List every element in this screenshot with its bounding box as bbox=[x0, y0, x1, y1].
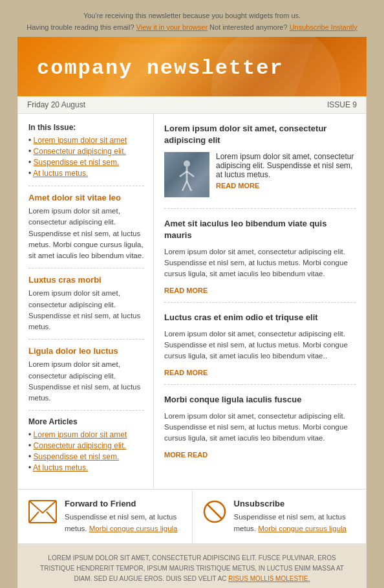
more-articles-list: Lorem ipsum dolor sit amet Consectetur a… bbox=[28, 430, 144, 472]
divider bbox=[28, 410, 144, 411]
divider bbox=[28, 268, 144, 268]
forward-title: Forward to Friend bbox=[65, 499, 182, 508]
left-article-body-3: Lorem ipsum dolor sit amet, consectetur … bbox=[28, 359, 144, 404]
right-article-3: Luctus cras et enim odio et triquse elit… bbox=[164, 312, 356, 385]
left-article-title-2[interactable]: Luxtus cras morbi bbox=[28, 275, 144, 285]
toc-item: Consectetur adipiscing elit. bbox=[28, 147, 144, 156]
view-in-browser-link[interactable]: View it in your browser bbox=[136, 23, 208, 31]
toc-item: Lorem ipsum dolor sit amet bbox=[28, 136, 144, 145]
more-article-link[interactable]: Consectetur adipiscing elit. bbox=[34, 441, 126, 450]
email-container: company newsletter Friday 20 August ISSU… bbox=[17, 37, 367, 588]
topbar-line2: Having trouble reading this email? View … bbox=[0, 22, 384, 34]
more-article-link[interactable]: At luctus metus. bbox=[33, 463, 88, 472]
bottom-section: Forward to Friend Suspendisse et nisl se… bbox=[17, 490, 367, 544]
no-icon bbox=[203, 500, 226, 523]
svg-line-2 bbox=[180, 171, 187, 177]
article-image-row: Lorem ipsum dolor sit amet, consectetur … bbox=[164, 152, 356, 197]
read-more-2[interactable]: READ MORE bbox=[164, 287, 356, 294]
more-article-item: Consectetur adipiscing elit. bbox=[28, 441, 144, 450]
toc-item: Suspendisse et nisl sem. bbox=[28, 158, 144, 167]
more-articles-title: More Articles bbox=[28, 417, 144, 426]
more-article-item: Lorem ipsum dolor sit amet bbox=[28, 430, 144, 439]
footer: LOREM IPSUM DOLOR SIT AMET, CONSECTETUR … bbox=[17, 544, 367, 588]
right-article-title-4: Morbi conque ligula iaculis fuscue bbox=[164, 394, 356, 406]
toc-item: At luctus metus. bbox=[28, 169, 144, 178]
toc-link[interactable]: Consectetur adipiscing elit. bbox=[34, 147, 126, 156]
forward-body: Suspendisse et nisl sem, at luctus metus… bbox=[65, 512, 182, 534]
article-body-text: Lorem ipsum dolor sit amet, consectetur … bbox=[216, 152, 354, 179]
main-content: In this Issue: Lorem ipsum dolor sit ame… bbox=[17, 114, 367, 490]
left-article-body-1: Lorem ipsum dolor sit amet, consectetur … bbox=[28, 206, 144, 261]
svg-line-8 bbox=[47, 512, 56, 523]
newsletter-title: company newsletter bbox=[37, 56, 347, 80]
divider bbox=[28, 339, 144, 340]
in-this-issue-title: In this Issue: bbox=[28, 123, 144, 132]
left-article-body-2: Lorem ipsum dolor sit amet, consectetur … bbox=[28, 288, 144, 332]
forward-section: Forward to Friend Suspendisse et nisl se… bbox=[18, 490, 193, 543]
right-article-body-2: Lorem ipsum dolor sit amet, consectetur … bbox=[164, 246, 356, 280]
date-label: Friday 20 August bbox=[27, 100, 85, 109]
left-column: In this Issue: Lorem ipsum dolor sit ame… bbox=[18, 114, 154, 489]
unsubscribe-content: Unsubscribe Suspendisse et nisl sem, at … bbox=[234, 499, 356, 534]
unsubscribe-title: Unsubscribe bbox=[234, 499, 356, 508]
svg-line-5 bbox=[187, 181, 191, 191]
left-article-title-1[interactable]: Amet dolor sit vitae leo bbox=[28, 193, 144, 202]
read-more-3[interactable]: READ MORE bbox=[164, 369, 356, 376]
unsubscribe-link[interactable]: Morbi congue cursus ligula bbox=[258, 525, 347, 532]
unsubscribe-body: Suspendisse et nisl sem, at luctus metus… bbox=[234, 512, 356, 534]
divider bbox=[28, 186, 144, 186]
svg-line-4 bbox=[182, 181, 187, 191]
unsubscribe-section: Unsubscribe Suspendisse et nisl sem, at … bbox=[193, 490, 367, 543]
date-bar: Friday 20 August ISSUE 9 bbox=[17, 96, 367, 114]
issue-label: ISSUE 9 bbox=[327, 100, 357, 109]
top-bar: You're receiving this newsletter because… bbox=[0, 6, 384, 37]
more-article-link[interactable]: Lorem ipsum dolor sit amet bbox=[34, 430, 127, 439]
toc-list: Lorem ipsum dolor sit amet Consectetur a… bbox=[28, 136, 144, 178]
right-article-title-2: Amet sit iaculus leo bibendum viate quis… bbox=[164, 218, 356, 241]
footer-link[interactable]: RISUS MOLLIS MOLESTIE. bbox=[228, 575, 310, 582]
right-article-1: Lorem ipsum dolor sit amet, consectetur … bbox=[164, 123, 356, 208]
topbar-mid-text: Not interested anymore? bbox=[209, 23, 287, 31]
toc-link[interactable]: Suspendisse et nisl sem. bbox=[34, 158, 120, 167]
topbar-trouble-text: Having trouble reading this email? bbox=[27, 23, 134, 31]
more-article-link[interactable]: Suspendisse et nisl sem. bbox=[34, 452, 120, 461]
forward-link[interactable]: Morbi congue cursus ligula bbox=[89, 525, 178, 532]
read-more-4[interactable]: MORE READ bbox=[164, 451, 356, 459]
envelope-icon bbox=[28, 500, 57, 523]
read-more-1[interactable]: READ MORE bbox=[216, 182, 356, 190]
more-article-item: Suspendisse et nisl sem. bbox=[28, 452, 144, 461]
toc-link[interactable]: At luctus metus. bbox=[33, 169, 88, 178]
unsubscribe-instantly-link[interactable]: Unsubscribe Instantly bbox=[290, 23, 357, 31]
right-article-4: Morbi conque ligula iaculis fuscue Lorem… bbox=[164, 394, 356, 466]
right-article-title-1: Lorem ipsum dolor sit amet, consectetur … bbox=[164, 123, 356, 146]
right-article-title-3: Luctus cras et enim odio et triquse elit bbox=[164, 312, 356, 323]
topbar-line1: You're receiving this newsletter because… bbox=[0, 10, 384, 22]
email-header: company newsletter bbox=[17, 37, 367, 96]
article-thumbnail bbox=[164, 152, 209, 197]
svg-line-3 bbox=[187, 171, 194, 177]
right-article-2: Amet sit iaculus leo bibendum viate quis… bbox=[164, 218, 356, 303]
svg-line-10 bbox=[208, 505, 222, 519]
more-article-item: At luctus metus. bbox=[28, 463, 144, 472]
svg-point-0 bbox=[184, 160, 190, 167]
right-article-body-4: Lorem ipsum dolor sit amet, consectetur … bbox=[164, 411, 356, 444]
svg-line-7 bbox=[29, 512, 39, 523]
right-article-body-3: Lorem ipsum dolor sit amet, consectetur … bbox=[164, 329, 356, 362]
right-article-body-1: Lorem ipsum dolor sit amet, consectetur … bbox=[216, 152, 356, 197]
left-article-title-3[interactable]: Ligula dolor leo luctus bbox=[28, 346, 144, 356]
toc-link[interactable]: Lorem ipsum dolor sit amet bbox=[34, 136, 127, 145]
thumb-figure bbox=[177, 158, 197, 194]
right-column: Lorem ipsum dolor sit amet, consectetur … bbox=[154, 114, 366, 489]
forward-content: Forward to Friend Suspendisse et nisl se… bbox=[65, 499, 182, 534]
